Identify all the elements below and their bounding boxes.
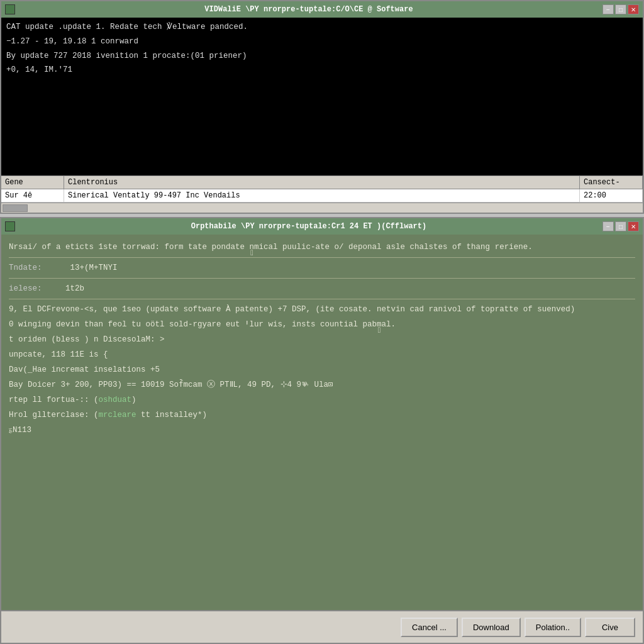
bottom-window-controls: − □ ✕ <box>602 221 639 231</box>
table-cell-clentronius: Sinerical Ventatly 99-497 Inc Vendails <box>64 189 580 202</box>
todate-line: Tndate: 13+(M+TNYI <box>9 262 635 274</box>
body-text-8-highlight: mrcleare <box>99 411 136 419</box>
bottom-window-title: Orpthabile \PY nrorpre-tuptale:Cr1 24 ET… <box>15 222 602 231</box>
table-header-clentronius: Clentronius <box>64 176 580 189</box>
top-table-area: Gene Clentronius Cansect- Sur 4ê Sineric… <box>1 175 643 213</box>
bottom-maximize-button[interactable]: □ <box>615 221 626 231</box>
terminal-line-1: CAT update .update 1. Redate tech ℣eltwa… <box>6 21 638 33</box>
table-header-cansect: Cansect- <box>580 176 643 189</box>
ielese-line: ielese: 1t2b <box>9 282 635 295</box>
terminal-line-5: By update 727 2018 ivenition 1 procate:(… <box>6 50 638 62</box>
info-text-1: Nrsai/ of a eticts 1ste torrwad: form ta… <box>9 241 635 253</box>
top-minimize-button[interactable]: − <box>602 4 614 14</box>
body-text-8-post: tt installey*) <box>136 411 208 419</box>
table-cell-gene: Sur 4ê <box>1 189 64 202</box>
divider-2 <box>9 278 635 279</box>
divider-1 <box>9 257 635 258</box>
body-text-4: unpcate, 118 11E is { <box>9 348 635 361</box>
body-text-7-highlight: oshduat <box>99 396 132 404</box>
table-header-gene: Gene <box>1 176 64 189</box>
table-cell-cansect: 22:00 <box>580 189 643 202</box>
body-text-8-pre: Hrol gllterclase: ( <box>9 411 99 419</box>
table-row: Sur 4ê Sinerical Ventatly 99-497 Inc Ven… <box>1 189 643 203</box>
polation-button[interactable]: Polation.. <box>525 618 581 637</box>
body-text-7-pre: rtep ll fortua-:: ( <box>9 396 99 404</box>
button-bar: Cancel ... Download Polation.. Cive <box>1 610 643 643</box>
bottom-minimize-button[interactable]: − <box>602 221 614 231</box>
todate-label: Tndate: <box>9 264 42 272</box>
ielese-value: 1t2b <box>65 284 84 293</box>
top-window: VIDWaliE \PY nrorpre-tuptale:C/O\CE @ So… <box>0 0 644 214</box>
scroll-thumb-h[interactable] <box>3 204 28 212</box>
terminal-line-3: −1.27 - 19, 19.18 1 conrward <box>6 36 638 48</box>
body-text-7: rtep ll fortua-:: (oshduat) <box>9 394 635 406</box>
bottom-title-bar: Orpthabile \PY nrorpre-tuptale:Cr1 24 ET… <box>1 218 643 235</box>
cive-button[interactable]: Cive <box>585 618 635 637</box>
top-title-bar: VIDWaliE \PY nrorpre-tuptale:C/O\CE @ So… <box>1 1 643 18</box>
top-maximize-button[interactable]: □ <box>615 4 626 14</box>
bottom-close-button[interactable]: ✕ <box>628 221 639 231</box>
body-text-1: 9, El DCFrevone-<s, que 1seo (update sof… <box>9 303 635 316</box>
bottom-window-icon <box>5 221 15 231</box>
body-text-5: Dav(_Hae incremat inselations +5 <box>9 364 635 376</box>
divider-3 <box>9 299 635 299</box>
body-text-9: ᵹN113 <box>9 424 635 436</box>
terminal-line-6: +0, 14, IM.'71 <box>6 64 638 76</box>
top-close-button[interactable]: ✕ <box>628 4 639 14</box>
body-text-6: Bay Doicer 3+ 200, PP03) == 10019 Sof̄mc… <box>9 379 635 391</box>
body-text-3: t oriden (bless ) n DiscesolaM: > <box>9 333 635 346</box>
ielese-label: ielese: <box>9 284 42 293</box>
body-text-7-post: ) <box>131 396 136 404</box>
bottom-info-area: Nrsai/ of a eticts 1ste torrwad: form ta… <box>1 235 643 610</box>
body-text-8: Hrol gllterclase: (mrcleare tt installey… <box>9 409 635 421</box>
table-header-row: Gene Clentronius Cansect- <box>1 176 643 189</box>
top-window-controls: − □ ✕ <box>602 4 639 14</box>
top-terminal: CAT update .update 1. Redate tech ℣eltwa… <box>1 18 643 175</box>
horizontal-scrollbar[interactable] <box>1 203 643 213</box>
download-button[interactable]: Download <box>462 618 521 637</box>
cancel-button[interactable]: Cancel ... <box>401 618 458 637</box>
top-window-icon <box>5 4 15 14</box>
top-window-title: VIDWaliE \PY nrorpre-tuptale:C/O\CE @ So… <box>15 5 602 14</box>
bottom-window: Orpthabile \PY nrorpre-tuptale:Cr1 24 ET… <box>0 217 644 644</box>
body-text-2: 0 winging devin than feol tu oötl sold-r… <box>9 318 635 331</box>
todate-value: 13+(M+TNYI <box>70 264 118 272</box>
